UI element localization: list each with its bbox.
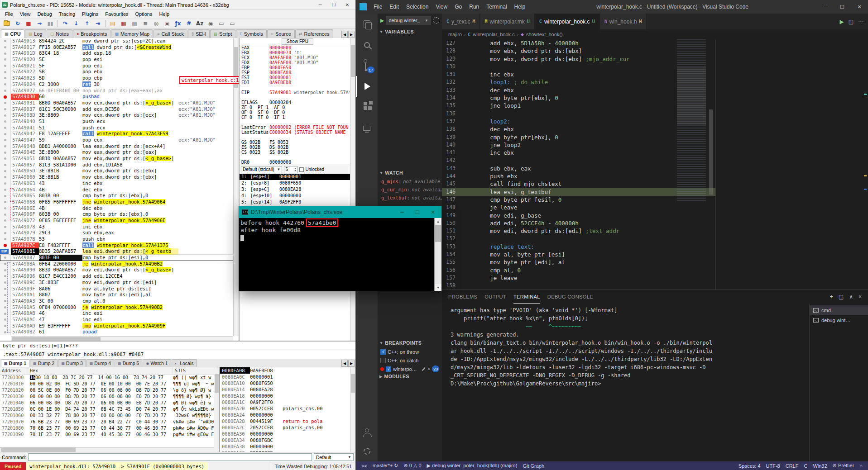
remove-icon[interactable]: ×	[427, 366, 430, 371]
stack-row[interactable]: 0080EA38 00000000	[220, 443, 350, 450]
breakpoint-gutter[interactable]	[0, 50, 11, 57]
dump-row[interactable]: 77201060 00 33 32 77 78 80 20 77 00 00 0…	[0, 413, 214, 419]
disasm-row[interactable]: 57A4904E 3E:8B00 mov eax,dword ptr ds:[e…	[0, 149, 239, 156]
editor-tab[interactable]: C winterpolar_hook.c U	[535, 14, 600, 29]
disasm-row[interactable]: 57A490B2 61 popad	[0, 329, 239, 335]
watch-item[interactable]: g_cur_mjo: not availa…	[378, 185, 442, 194]
disasm-row[interactable]: 57A49041 51 push ecx	[0, 125, 239, 131]
breakpoint-gutter[interactable]	[0, 100, 11, 106]
breakpoint-gutter[interactable]	[0, 88, 11, 94]
close-icon[interactable]: ✕	[425, 207, 441, 217]
disasm-row[interactable]: 57A490A3 3C 00 cmp al,0	[0, 298, 239, 304]
code-line[interactable]: 144 push ebx	[442, 172, 715, 180]
dump-row[interactable]: 77201020 00 5C 0E 00 F0 7D 20 77 06 00 0…	[0, 387, 214, 394]
menu-item[interactable]: File	[370, 3, 385, 11]
disasm-row[interactable]: 57A49027 66:0F1F8400 00 nop word ptr ds:…	[0, 88, 239, 94]
code-line[interactable]: 128 mov ebx, dword ptr ds:[ebx]	[442, 47, 715, 55]
close-icon[interactable]: ✕	[341, 1, 354, 9]
panel-tab[interactable]: PROBLEMS	[448, 290, 477, 304]
breadcrumb[interactable]: majiro › C winterpolar_hook.c › ◆ showte…	[442, 29, 868, 39]
dump-row[interactable]: 77201080 70 6B 23 77 00 69 23 77 C0 44 3…	[0, 425, 214, 432]
disasm-row[interactable]: 57A4908A 0F84 22000000 je winterpolar_ho…	[0, 261, 239, 267]
register-row[interactable]	[240, 135, 355, 140]
code-line[interactable]: 147 cmp byte ptr [esi], 0	[442, 196, 715, 204]
code-line[interactable]: 149 mov edi, g_base	[442, 212, 715, 219]
calling-convention-select[interactable]: Default (stdcall)▼	[241, 166, 282, 173]
disasm-row[interactable]: 57A49090 8B3D 00A0AB57 mov edi,dword ptr…	[0, 267, 239, 273]
register-row[interactable]: EBX 00000074 't'	[240, 50, 355, 55]
stack-row[interactable]: 0080EA14 0080EA28	[220, 386, 350, 393]
stack-row[interactable]: 0080EA28 0044519F return to pola	[220, 418, 350, 424]
editor-tab[interactable]: M winterpolar.mk U	[480, 14, 534, 29]
disasm-row[interactable]: 57A490AC 47 inc edi	[0, 317, 239, 323]
breakpoint-gutter[interactable]	[0, 242, 11, 249]
register-row[interactable]: EDI 0A9EBED8	[240, 80, 355, 85]
breakpoint-gutter[interactable]	[0, 143, 11, 150]
dump-row[interactable]: 77201050 0C 00 1E 00 D4 74 20 77 6B 4C 7…	[0, 406, 214, 413]
split-terminal-icon[interactable]: ◫	[839, 294, 844, 300]
disasm-row[interactable]: 57A49040 51 push ecx	[0, 119, 239, 125]
breakpoint-gutter[interactable]	[0, 205, 11, 212]
toolbar-button[interactable]: ▮▮	[45, 19, 55, 28]
panel-tab[interactable]: TERMINAL	[513, 290, 540, 304]
disasm-row[interactable]: 57A49068 0F85 F6FFFFFF jne winterpolar_h…	[0, 199, 239, 205]
disasm-row[interactable]: 57A49048 8D81 A4000000 lea eax,dword ptr…	[0, 143, 239, 150]
editor-scrollbar[interactable]	[708, 39, 714, 290]
vscode-titlebar[interactable]: FileEditSelectionViewGoRunTerminalHelp w…	[356, 0, 868, 14]
edit-icon[interactable]	[422, 367, 426, 371]
disasm-row[interactable]: 57A49072 0F85 F6FFFFFF jne winterpolar_h…	[0, 218, 239, 224]
code-line[interactable]: 157 je leave	[442, 274, 715, 282]
code-editor[interactable]: 127 add ebx, 5D1A58h - 400000h 128 mov e…	[442, 39, 868, 290]
menu-item[interactable]: Run	[466, 3, 482, 11]
statusbar-item[interactable]: ⊘ Prettier	[830, 461, 857, 470]
variables-section-header[interactable]: ▼VARIABLES	[378, 27, 442, 36]
breakpoint-item[interactable]: √ C++: on throw	[378, 347, 442, 356]
command-script-select[interactable]: Default▼	[314, 453, 354, 461]
dump-tab[interactable]: ◉ Watch 1	[143, 359, 171, 367]
code-line[interactable]: 143 sub ebx, eax	[442, 165, 715, 172]
disasm-row[interactable]: 57A4903D 3E:8B09 mov ecx,dword ptr ds:[e…	[0, 112, 239, 119]
disasm-horizontal-scrollbar[interactable]	[11, 336, 233, 341]
breakpoint-gutter[interactable]	[0, 168, 11, 174]
disasm-row[interactable]: 57A490AD E9 EDFFFFFF jmp winterpolar_hoo…	[0, 323, 239, 329]
menu-item[interactable]: Go	[451, 3, 465, 11]
menu-item[interactable]: Tracing	[56, 11, 78, 17]
code-line[interactable]: 130	[442, 63, 715, 71]
statusbar-item[interactable]: CRLF	[783, 461, 801, 470]
register-row[interactable]: LastStatus C0000034 (STATUS_OBJECT_NAME_	[240, 130, 355, 135]
dump-scroll-right-icon[interactable]: ▶	[348, 360, 355, 367]
gear-icon[interactable]	[433, 17, 439, 24]
activity-bar-item[interactable]	[356, 118, 378, 138]
minimap-slider[interactable]	[677, 66, 706, 125]
stack-scrollbar[interactable]	[350, 367, 355, 452]
disasm-row[interactable]: 57A49078 43 inc ebx	[0, 224, 239, 230]
console-titlebar[interactable]: C:\ D:\Tmp\WinterPolaris\Polaris_chs.exe…	[239, 206, 441, 218]
stack-row[interactable]: 0080EA34 0080F6BC	[220, 437, 350, 443]
disasm-row[interactable]: 57A4909C 3E:8B3F mov edi,dword ptr ds:[e…	[0, 280, 239, 286]
code-line[interactable]: 145 call find_mjo_chstext	[442, 180, 715, 188]
panel-tab[interactable]: OUTPUT	[484, 290, 506, 304]
disasm-row[interactable]: 57A490A5 0F84 07000000 je winterpolar_ho…	[0, 304, 239, 311]
toolbar-button[interactable]: ◉	[206, 19, 216, 28]
modules-section-header[interactable]: ▶MODULES	[378, 372, 442, 381]
terminal-output[interactable]: argument has type 'PVOID' (aka 'void *')…	[442, 304, 809, 461]
toolbar-button[interactable]: ▥	[129, 19, 139, 28]
stack-row[interactable]: 0080EA10 0080F650	[220, 380, 350, 386]
menu-item[interactable]: Help	[511, 3, 529, 11]
register-row[interactable]	[240, 155, 355, 160]
disasm-row[interactable]: 57A4909F 8A06 mov al,byte ptr ds:[esi]	[0, 286, 239, 292]
activity-bar-item[interactable]	[356, 420, 378, 441]
register-row[interactable]: EDX 0A9FAF08 "A01.MJO"	[240, 60, 355, 65]
disasm-row[interactable]: 57A49063 43 inc ebx	[0, 180, 239, 187]
stack-row[interactable]: 0080EA0C 00000001	[220, 374, 350, 380]
breakpoint-gutter[interactable]	[0, 112, 11, 119]
breakpoint-gutter[interactable]	[0, 149, 11, 156]
view-tab[interactable]: ⇄ References	[295, 29, 333, 38]
maximize-icon[interactable]: ☐	[327, 1, 340, 9]
breakpoint-gutter[interactable]	[0, 255, 11, 261]
breakpoint-checkbox[interactable]: √	[380, 349, 386, 355]
breakpoint-gutter[interactable]	[0, 57, 11, 63]
disasm-row[interactable]: 57A49064 4B dec ebx	[0, 187, 239, 193]
breakpoint-gutter[interactable]	[0, 180, 11, 187]
disasm-row[interactable]: 57A49021 5F pop edi	[0, 63, 239, 69]
